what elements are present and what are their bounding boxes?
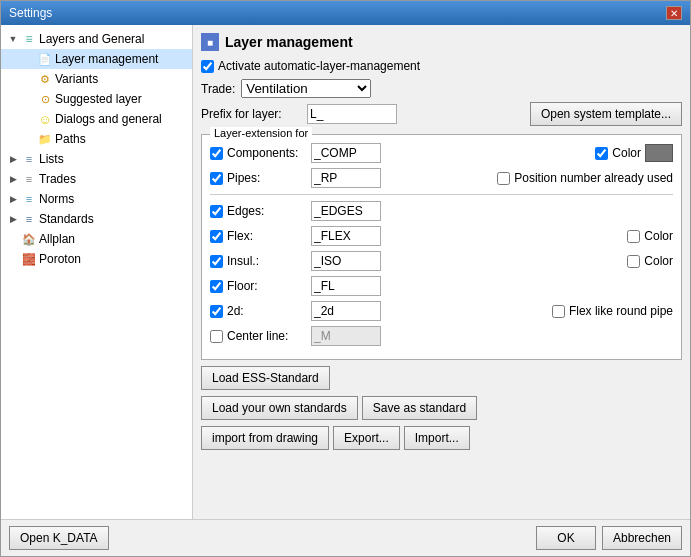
field-row-2d: 2d: Flex like round pipe — [210, 301, 673, 321]
activate-checkbox[interactable] — [201, 60, 214, 73]
field-row-center-line: Center line: — [210, 326, 673, 346]
sidebar-item-trades[interactable]: ▶ ≡ Trades — [1, 169, 192, 189]
pipes-checkbox[interactable] — [210, 172, 223, 185]
cancel-button[interactable]: Abbrechen — [602, 526, 682, 550]
sidebar-item-suggested-layer[interactable]: ⊙ Suggested layer — [1, 89, 192, 109]
spacer-icon2 — [21, 71, 37, 87]
expand-icon-lists: ▶ — [5, 151, 21, 167]
trade-select[interactable]: Ventilation Heating Sanitary Electrical — [241, 79, 371, 98]
field-row-insul: Insul.: Color — [210, 251, 673, 271]
insul-color-group: Color — [627, 254, 673, 268]
action-buttons-1: Load ESS-Standard — [201, 366, 682, 390]
floor-input[interactable] — [311, 276, 381, 296]
flex-input[interactable] — [311, 226, 381, 246]
section-header: ■ Layer management — [201, 33, 682, 51]
flex-color-group: Color — [627, 229, 673, 243]
window-title: Settings — [9, 6, 52, 20]
section-icon: ■ — [207, 37, 213, 48]
import-from-drawing-button[interactable]: import from drawing — [201, 426, 329, 450]
flex-color-checkbox[interactable] — [627, 230, 640, 243]
main-content: ■ Layer management Activate automatic-la… — [193, 25, 690, 519]
sidebar-item-standards[interactable]: ▶ ≡ Standards — [1, 209, 192, 229]
sidebar-label-allplan: Allplan — [39, 232, 75, 246]
sidebar-label-norms: Norms — [39, 192, 74, 206]
prefix-row: Prefix for layer: Open system template..… — [201, 102, 682, 126]
expand-icon: ▼ — [5, 31, 21, 47]
expand-icon-norms: ▶ — [5, 191, 21, 207]
poroton-icon: 🧱 — [21, 251, 37, 267]
sidebar-item-poroton[interactable]: 🧱 Poroton — [1, 249, 192, 269]
open-system-template-button[interactable]: Open system template... — [530, 102, 682, 126]
export-button[interactable]: Export... — [333, 426, 400, 450]
close-button[interactable]: ✕ — [666, 6, 682, 20]
2d-flex-label: Flex like round pipe — [569, 304, 673, 318]
sidebar-item-layers-and-general[interactable]: ▼ ≡ Layers and General — [1, 29, 192, 49]
sidebar-label-lists: Lists — [39, 152, 64, 166]
sidebar-label-layers-and-general: Layers and General — [39, 32, 144, 46]
spacer-poroton — [5, 251, 21, 267]
activate-row: Activate automatic-layer-management — [201, 59, 682, 73]
section-header-icon: ■ — [201, 33, 219, 51]
prefix-input[interactable] — [307, 104, 397, 124]
pipes-position-checkbox[interactable] — [497, 172, 510, 185]
sidebar-label-standards: Standards — [39, 212, 94, 226]
floor-checkbox[interactable] — [210, 280, 223, 293]
standards-icon: ≡ — [21, 211, 37, 227]
norms-icon: ≡ — [21, 191, 37, 207]
allplan-icon: 🏠 — [21, 231, 37, 247]
center-line-checkbox[interactable] — [210, 330, 223, 343]
sidebar-label-paths: Paths — [55, 132, 86, 146]
2d-input[interactable] — [311, 301, 381, 321]
components-color-checkbox[interactable] — [595, 147, 608, 160]
sidebar-item-paths[interactable]: 📁 Paths — [1, 129, 192, 149]
components-color-swatch[interactable] — [645, 144, 673, 162]
spacer-allplan — [5, 231, 21, 247]
load-own-standards-button[interactable]: Load your own standards — [201, 396, 358, 420]
spacer-icon — [21, 51, 37, 67]
import-button[interactable]: Import... — [404, 426, 470, 450]
sidebar-item-variants[interactable]: ⚙ Variants — [1, 69, 192, 89]
save-as-standard-button[interactable]: Save as standard — [362, 396, 477, 420]
pipes-input[interactable] — [311, 168, 381, 188]
flex-color-label: Color — [644, 229, 673, 243]
insul-color-checkbox[interactable] — [627, 255, 640, 268]
sidebar-item-allplan[interactable]: 🏠 Allplan — [1, 229, 192, 249]
variants-icon: ⚙ — [37, 71, 53, 87]
open-k-data-button[interactable]: Open K_DATA — [9, 526, 109, 550]
divider1 — [210, 194, 673, 195]
2d-checkbox[interactable] — [210, 305, 223, 318]
components-color-label: Color — [612, 146, 641, 160]
edges-label: Edges: — [227, 204, 307, 218]
sidebar-item-lists[interactable]: ▶ ≡ Lists — [1, 149, 192, 169]
components-color-group: Color — [595, 144, 673, 162]
spacer-icon3 — [21, 91, 37, 107]
action-buttons-2: Load your own standards Save as standard — [201, 396, 682, 420]
pipes-label: Pipes: — [227, 171, 307, 185]
footer: Open K_DATA OK Abbrechen — [1, 519, 690, 556]
lists-icon: ≡ — [21, 151, 37, 167]
2d-label: 2d: — [227, 304, 307, 318]
trade-label: Trade: — [201, 82, 235, 96]
edges-checkbox[interactable] — [210, 205, 223, 218]
insul-checkbox[interactable] — [210, 255, 223, 268]
footer-right-buttons: OK Abbrechen — [536, 526, 682, 550]
spacer-icon5 — [21, 131, 37, 147]
edges-input[interactable] — [311, 201, 381, 221]
center-line-input — [311, 326, 381, 346]
components-input[interactable] — [311, 143, 381, 163]
field-row-pipes: Pipes: Position number already used — [210, 168, 673, 188]
page-icon: 📄 — [37, 51, 53, 67]
flex-checkbox[interactable] — [210, 230, 223, 243]
insul-input[interactable] — [311, 251, 381, 271]
layer-extension-group: Layer-extension for Components: Color — [201, 134, 682, 360]
load-ess-button[interactable]: Load ESS-Standard — [201, 366, 330, 390]
expand-icon-standards: ▶ — [5, 211, 21, 227]
ok-button[interactable]: OK — [536, 526, 596, 550]
field-row-edges: Edges: — [210, 201, 673, 221]
2d-flex-checkbox[interactable] — [552, 305, 565, 318]
spacer-icon4 — [21, 111, 37, 127]
sidebar-item-layer-management[interactable]: 📄 Layer management — [1, 49, 192, 69]
components-checkbox[interactable] — [210, 147, 223, 160]
sidebar-item-dialogs-and-general[interactable]: ☺ Dialogs and general — [1, 109, 192, 129]
sidebar-item-norms[interactable]: ▶ ≡ Norms — [1, 189, 192, 209]
